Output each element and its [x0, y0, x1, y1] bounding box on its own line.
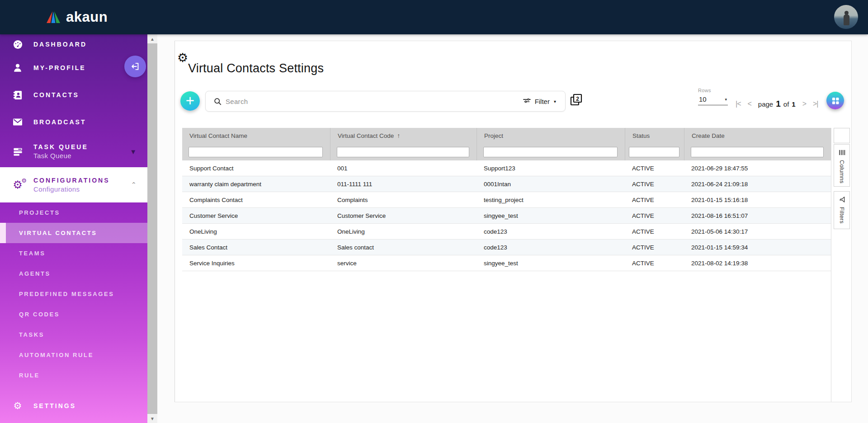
table-header-row: Virtual Contact Name Virtual Contact Cod…	[182, 128, 831, 143]
logo-triangle-icon	[45, 10, 61, 24]
filter-input-status[interactable]	[629, 147, 679, 157]
cell-status: ACTIVE	[625, 165, 684, 172]
cell-virtual-contact-name: Customer Service	[182, 212, 330, 219]
total-pages-number: 1	[792, 100, 795, 108]
current-page-number: 1	[776, 99, 781, 109]
first-page-button[interactable]: |<	[736, 100, 741, 108]
table-filter-row	[182, 143, 831, 160]
last-page-button[interactable]: >|	[813, 100, 818, 108]
table-row[interactable]: Sales Contact Sales contact code123 ACTI…	[182, 240, 831, 255]
sidebar-subitem-virtual-contacts[interactable]: VIRTUAL CONTACTS	[0, 223, 147, 243]
sidebar-subitem-qr-codes[interactable]: QR CODES	[0, 304, 147, 324]
cell-virtual-contact-code: 011-1111 111	[330, 181, 476, 188]
sidebar-subitem-automation-rule[interactable]: AUTOMATION RULE	[0, 345, 147, 365]
main-content: ⚙ Virtual Contacts Settings + Filter ▾	[157, 34, 868, 423]
logout-button[interactable]	[124, 56, 146, 77]
cell-virtual-contact-name: Sales Contact	[182, 244, 330, 251]
cell-status: ACTIVE	[625, 228, 684, 235]
table-right-border	[831, 128, 831, 402]
columns-icon	[839, 149, 845, 156]
sidebar-subitem-projects[interactable]: PROJECTS	[0, 202, 147, 223]
column-header-create-date[interactable]: Create Date	[684, 128, 831, 143]
sidebar-item-broadcast[interactable]: BROADCAST	[0, 108, 147, 136]
cell-status: ACTIVE	[625, 197, 684, 203]
table-row[interactable]: Service Inquiries service singyee_test A…	[182, 255, 831, 271]
sidebar-subitem-predefined-messages[interactable]: PREDEFINED MESSAGES	[0, 284, 147, 304]
cell-create-date: 2021-01-15 15:16:18	[684, 197, 831, 203]
rows-per-page-control[interactable]: Rows 10 ▾	[698, 88, 728, 105]
filters-drawer-tab[interactable]: Filters	[834, 191, 850, 229]
cell-project: testing_project	[476, 197, 625, 203]
cell-virtual-contact-code: 001	[330, 165, 476, 172]
sidebar-item-label: CONFIGURATIONS	[33, 177, 121, 184]
prev-page-button[interactable]: <	[748, 100, 751, 108]
sidebar-subitem-rule[interactable]: RULE	[0, 365, 147, 385]
sidebar-item-subtitle: Configurations	[33, 185, 121, 193]
user-avatar[interactable]	[834, 5, 858, 29]
filter-dropdown-button[interactable]: Filter ▾	[523, 98, 556, 105]
subitem-label: QR CODES	[19, 311, 60, 318]
add-virtual-contact-button[interactable]: +	[180, 91, 200, 111]
sidebar-item-dashboard[interactable]: DASHBOARD	[0, 34, 147, 54]
scrollbar-down-arrow[interactable]: ▼	[147, 414, 157, 423]
table-row[interactable]: OneLiving OneLiving code123 ACTIVE 2021-…	[182, 224, 831, 240]
sidebar-item-label: DASHBOARD	[33, 41, 87, 48]
top-bar: akaun	[0, 0, 868, 34]
sidebar-item-contacts[interactable]: CONTACTS	[0, 81, 147, 108]
sidebar-scrollbar[interactable]: ▲ ▼	[147, 34, 157, 423]
cell-status: ACTIVE	[625, 181, 684, 188]
title-gear-icon: ⚙	[177, 52, 188, 64]
table-gutter-header-cell	[834, 128, 850, 143]
scrollbar-up-arrow[interactable]: ▲	[147, 34, 157, 43]
cell-project: singyee_test	[476, 212, 625, 219]
table-row[interactable]: warranty claim department 011-1111 111 0…	[182, 176, 831, 192]
column-header-virtual-contact-name[interactable]: Virtual Contact Name	[182, 128, 330, 143]
profile-person-icon	[12, 63, 24, 73]
scrollbar-thumb[interactable]	[147, 43, 157, 414]
chevron-up-icon[interactable]: ⌃	[131, 181, 137, 189]
rows-per-page-select[interactable]: 10 ▾	[698, 94, 728, 105]
virtual-contacts-card: ⚙ Virtual Contacts Settings + Filter ▾	[175, 41, 852, 402]
sidebar-subitem-teams[interactable]: TEAMS	[0, 243, 147, 263]
sidebar-item-configurations[interactable]: ⚙⚙ CONFIGURATIONS Configurations ⌃	[0, 167, 147, 202]
filter-input-create-date[interactable]	[691, 147, 824, 157]
sidebar-subitem-agents[interactable]: AGENTS	[0, 263, 147, 284]
page-label: page	[758, 100, 773, 108]
sidebar-item-task-queue[interactable]: TASK QUEUE Task Queue ▼	[0, 136, 147, 167]
chevron-down-icon[interactable]: ▼	[130, 148, 137, 155]
sidebar-item-settings[interactable]: ⚙ SETTINGS	[0, 395, 147, 417]
cell-status: ACTIVE	[625, 260, 684, 267]
column-header-virtual-contact-code[interactable]: Virtual Contact Code ↑	[330, 128, 476, 143]
subitem-label: RULE	[19, 372, 40, 379]
table-row[interactable]: Support Contact 001 Support123 ACTIVE 20…	[182, 160, 831, 176]
table-row[interactable]: Customer Service Customer Service singye…	[182, 208, 831, 224]
filter-input-virtual-contact-name[interactable]	[189, 147, 323, 157]
cell-project: 0001Intan	[476, 181, 625, 188]
table-row[interactable]: Complaints Contact Complaints testing_pr…	[182, 192, 831, 208]
column-header-project[interactable]: Project	[476, 128, 625, 143]
sidebar-item-label: SETTINGS	[33, 402, 76, 409]
virtual-contacts-table: Virtual Contact Name Virtual Contact Cod…	[182, 128, 831, 271]
filter-input-project[interactable]	[483, 147, 618, 157]
cell-create-date: 2021-06-24 21:09:18	[684, 181, 831, 188]
filter-label: Filter	[535, 98, 550, 105]
duplicate-pages-button[interactable]: 2	[570, 93, 583, 107]
settings-gear-icon: ⚙	[12, 400, 24, 411]
sidebar-item-label: TASK QUEUE	[33, 143, 120, 150]
search-input[interactable]	[226, 98, 523, 105]
cell-virtual-contact-code: Customer Service	[330, 212, 476, 219]
next-page-button[interactable]: >	[802, 100, 806, 108]
column-header-status[interactable]: Status	[625, 128, 684, 143]
cell-project: Support123	[476, 165, 625, 172]
cell-virtual-contact-name: Support Contact	[182, 165, 330, 172]
page-indicator: page 1 of 1	[758, 99, 796, 109]
grid-view-button[interactable]	[826, 92, 844, 109]
cell-project: code123	[476, 244, 625, 251]
columns-drawer-tab[interactable]: Columns	[834, 144, 850, 187]
sidebar-subitem-tasks[interactable]: TASKS	[0, 324, 147, 345]
app-logo: akaun	[45, 0, 108, 34]
filter-input-virtual-contact-code[interactable]	[337, 147, 469, 157]
subitem-label: TEAMS	[19, 250, 46, 257]
subitem-label: VIRTUAL CONTACTS	[19, 230, 97, 236]
subitem-label: AGENTS	[19, 270, 51, 277]
